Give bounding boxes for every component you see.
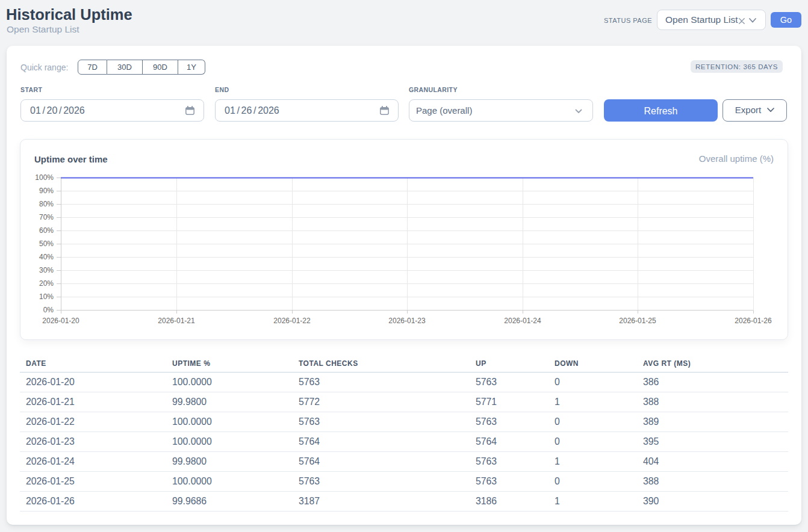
- svg-text:70%: 70%: [39, 213, 54, 221]
- svg-text:20%: 20%: [39, 279, 54, 288]
- svg-text:100%: 100%: [35, 173, 54, 182]
- svg-text:2026-01-22: 2026-01-22: [273, 317, 311, 325]
- svg-text:10%: 10%: [39, 292, 54, 301]
- svg-text:90%: 90%: [39, 187, 54, 195]
- svg-text:30%: 30%: [39, 266, 54, 274]
- svg-text:60%: 60%: [39, 226, 54, 235]
- svg-text:50%: 50%: [39, 240, 54, 248]
- svg-text:2026-01-24: 2026-01-24: [504, 317, 541, 325]
- svg-text:2026-01-23: 2026-01-23: [388, 317, 426, 325]
- svg-text:2026-01-26: 2026-01-26: [735, 317, 772, 325]
- svg-text:2026-01-21: 2026-01-21: [158, 317, 195, 325]
- svg-text:80%: 80%: [39, 200, 54, 208]
- svg-text:2026-01-25: 2026-01-25: [619, 317, 656, 325]
- svg-text:0%: 0%: [43, 306, 54, 314]
- svg-text:2026-01-20: 2026-01-20: [42, 317, 79, 325]
- svg-text:40%: 40%: [39, 253, 54, 261]
